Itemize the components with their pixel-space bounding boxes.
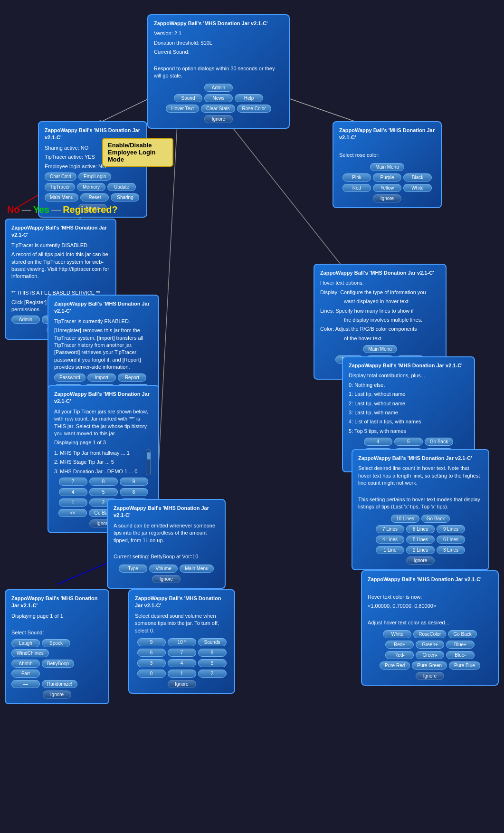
hc-greenminus-button[interactable]: Green- (416, 651, 444, 659)
sound-button[interactable]: Sound (174, 94, 202, 102)
memory-button[interactable]: Memory (77, 183, 105, 191)
rc-red-button[interactable]: Red (342, 184, 371, 192)
hc-redplus-button[interactable]: Red+ (385, 641, 414, 649)
ht-mainmenu-button[interactable]: Main Menu (363, 345, 397, 353)
v-8-button[interactable]: 8 (198, 649, 227, 657)
hover-display-line3: 2: Last tip, without name (349, 400, 468, 407)
jar-7-button[interactable]: 7 (59, 478, 87, 486)
sl-spock-button[interactable]: Spock (42, 639, 70, 647)
v-10star-button[interactable]: 10 * (168, 638, 196, 646)
te-import-button[interactable]: Import (87, 373, 116, 382)
hover-display-line0: Display total contributions, plus... (349, 372, 468, 379)
hl-9lines-button[interactable]: 9 Lines (437, 525, 465, 533)
s-type-button[interactable]: Type (119, 565, 147, 573)
hl-3lines-button[interactable]: 3 Lines (437, 546, 465, 554)
rc-pink-button[interactable]: Pink (342, 173, 371, 182)
v-5-button[interactable]: 5 (198, 659, 227, 667)
jar-prev-button[interactable]: << (58, 509, 87, 517)
v-3-button[interactable]: 3 (137, 659, 166, 667)
te-report-button[interactable]: Report (118, 373, 146, 382)
tiptracer-disabled-desc: A record of all tips paid into this jar … (11, 251, 110, 280)
rosecolor-button[interactable]: Rose Color (237, 105, 271, 113)
reset-button[interactable]: Reset (80, 193, 109, 201)
sl-laugh-button[interactable]: Laugh (11, 639, 40, 647)
hc-goback-button[interactable]: Go Back (448, 630, 476, 638)
registered-label: Registered? (63, 204, 118, 215)
v-ignore-button[interactable]: Ignore (168, 680, 196, 688)
help-button[interactable]: Help (235, 94, 263, 102)
hc-greenplus-button[interactable]: Green+ (416, 641, 444, 649)
chatcmd-button[interactable]: Chat Cmd (45, 172, 76, 181)
hl-goback-button[interactable]: Go Back (421, 515, 450, 523)
rc-ignore-button[interactable]: Ignore (373, 194, 401, 202)
hd-4-button[interactable]: 4 (364, 438, 392, 446)
v-9-button[interactable]: 9 (137, 638, 166, 646)
jar-4-button[interactable]: 4 (59, 488, 87, 496)
hl-10lines-button[interactable]: 10 Lines (391, 515, 419, 523)
v-7-button[interactable]: 7 (168, 649, 196, 657)
jar-8-button[interactable]: 8 (89, 478, 118, 486)
v-sounds-button[interactable]: Sounds (198, 638, 227, 646)
sl-ahhhh-button[interactable]: Ahhhh (11, 660, 40, 668)
jar-9-button[interactable]: 9 (120, 478, 148, 486)
hc-redminus-button[interactable]: Red- (385, 651, 414, 659)
rc-mainmenu-button[interactable]: Main Menu (370, 163, 404, 171)
rc-black-button[interactable]: Black (403, 173, 432, 182)
sl-dash-button[interactable]: — (11, 680, 40, 688)
sl-fart-button[interactable]: Fart (11, 670, 40, 678)
hc-blueplus-button[interactable]: Blue+ (446, 641, 475, 649)
rc-purple-button[interactable]: Purple (373, 173, 401, 182)
hc-pureblue-button[interactable]: Pure Blue (449, 661, 480, 670)
clearstats-button[interactable]: Clear Stats (201, 105, 235, 113)
hc-purered-button[interactable]: Pure Red (380, 661, 410, 670)
td-admin-button[interactable]: Admin (11, 316, 40, 324)
jar-list-item1: 1. MHS Tip Jar front hallway ... 1 (54, 450, 146, 457)
sharing-button[interactable]: Sharing (111, 193, 139, 201)
jar-1-button[interactable]: 1 (59, 498, 87, 507)
rc-yellow-button[interactable]: Yellow (373, 184, 401, 192)
v-6-button[interactable]: 6 (137, 649, 166, 657)
emplogin-button[interactable]: EmplLogin (78, 172, 111, 181)
te-password-button[interactable]: Password (54, 373, 86, 382)
hl-7lines-button[interactable]: 7 Lines (376, 525, 404, 533)
sl-ignore-button[interactable]: Ignore (43, 690, 71, 699)
v-1-button[interactable]: 1 (168, 670, 196, 678)
v-4-button[interactable]: 4 (168, 659, 196, 667)
hl-8lines-button[interactable]: 8 Lines (406, 525, 435, 533)
hover-display-line2: 1: Last tip, without name (349, 391, 468, 398)
update-button[interactable]: Update (107, 183, 136, 191)
hc-ignore-button[interactable]: Ignore (416, 672, 444, 680)
hl-2lines-button[interactable]: 2 Lines (406, 546, 435, 554)
hl-ignore-button[interactable]: Ignore (406, 556, 435, 565)
hc-rosecolor-button[interactable]: RoseColor (413, 630, 446, 638)
hc-white-button[interactable]: White (383, 630, 411, 638)
v-0-button[interactable]: 0 (137, 670, 166, 678)
hl-5lines-button[interactable]: 5 Lines (406, 536, 435, 544)
s-mainmenu-button[interactable]: Main Menu (180, 565, 213, 573)
sl-windchimes-button[interactable]: WindChimes (11, 649, 49, 657)
hovertext-button[interactable]: Hover Text (166, 105, 199, 113)
sound-list-prompt: Select Sound: (11, 629, 103, 636)
hc-puregreen-button[interactable]: Pure Green (412, 661, 447, 670)
admin-button[interactable]: Admin (204, 84, 233, 92)
sl-bettyboop-button[interactable]: BettyBoop (42, 660, 74, 668)
hl-6lines-button[interactable]: 6 Lines (437, 536, 465, 544)
hover-lines-title: ZappoWappy Ball's 'MHS Donation Jar v2.1… (358, 455, 483, 462)
hl-4lines-button[interactable]: 4 Lines (376, 536, 404, 544)
jar-6-button[interactable]: 6 (120, 488, 148, 496)
hd-5-button[interactable]: 5 (394, 438, 423, 446)
s-ignore-button[interactable]: Ignore (152, 575, 181, 583)
rc-white-button[interactable]: White (403, 184, 432, 192)
jar-5-button[interactable]: 5 (89, 488, 118, 496)
hd-goback-button[interactable]: Go Back (425, 438, 453, 446)
main-ignore-button[interactable]: Ignore (204, 115, 233, 123)
hl-1line-button[interactable]: 1 Line (376, 546, 404, 554)
tiptracer-button[interactable]: TipTracer (45, 183, 75, 191)
hover-color-desc2: of the hover text. (320, 335, 440, 342)
sl-randomize-button[interactable]: Randomize! (42, 680, 77, 688)
mainmenu-button[interactable]: Main Menu (45, 193, 78, 201)
news-button[interactable]: News (204, 94, 233, 102)
v-2-button[interactable]: 2 (198, 670, 227, 678)
s-volume-button[interactable]: Volume (149, 565, 178, 573)
hc-blueminus-button[interactable]: Blue- (446, 651, 475, 659)
